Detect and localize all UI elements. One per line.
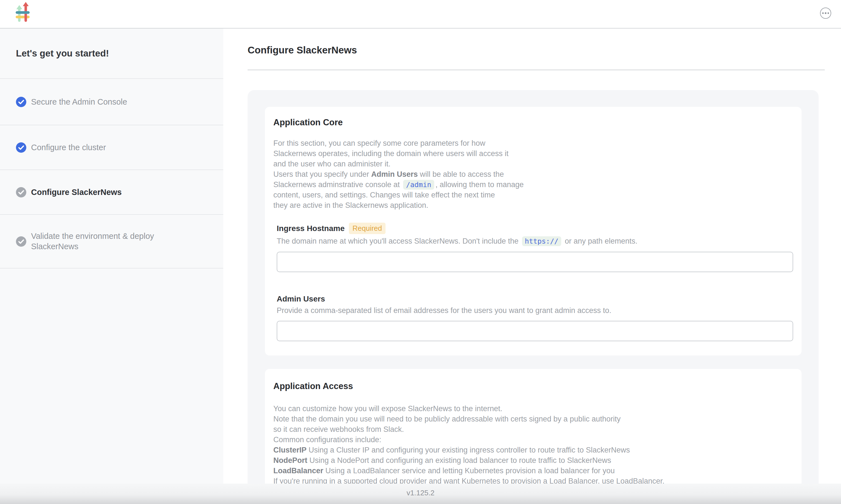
text-line: Provide a comma-separated list of email … xyxy=(277,306,793,315)
check-icon xyxy=(16,236,26,247)
admin-users-label: Admin Users xyxy=(277,294,325,304)
text-line: Users that you specify under Admin Users… xyxy=(273,169,793,180)
version-label: v1.125.2 xyxy=(407,489,434,497)
text-line: they are active in the Slackernews appli… xyxy=(273,200,793,211)
sidebar-step-configure-slackernews[interactable]: Configure SlackerNews xyxy=(0,170,223,215)
sidebar-step-validate-deploy[interactable]: Validate the environment & deploy Slacke… xyxy=(0,215,223,269)
sidebar-step-configure-cluster[interactable]: Configure the cluster xyxy=(0,125,223,170)
text-line: so it can receive webhooks from Slack. xyxy=(273,424,793,435)
text-line: If you're running in a supported cloud p… xyxy=(273,476,793,484)
inline-code: https:// xyxy=(522,236,561,246)
check-icon xyxy=(16,97,26,107)
sidebar-step-secure-admin-console[interactable]: Secure the Admin Console xyxy=(0,79,223,125)
text-line: ClusterIP Using a Cluster IP and configu… xyxy=(273,445,793,455)
text-line: LoadBalancer Using a LoadBalancer servic… xyxy=(273,466,793,476)
application-access-card: Application Access You can customize how… xyxy=(265,369,802,484)
text-line: Slackernews adminstrative console at /ad… xyxy=(273,180,793,190)
top-header xyxy=(0,0,841,29)
sidebar-step-label: Secure the Admin Console xyxy=(31,97,127,107)
ellipsis-icon xyxy=(827,12,829,14)
more-menu-button[interactable] xyxy=(820,7,831,19)
setup-steps-sidebar: Let's get you started! Secure the Admin … xyxy=(0,29,223,484)
text-line: content, users, and settings. Changes wi… xyxy=(273,190,793,200)
sidebar-step-label: Configure SlackerNews xyxy=(31,187,122,197)
ingress-hostname-label: Ingress Hostname xyxy=(277,224,345,233)
ingress-hostname-input[interactable] xyxy=(277,252,793,272)
sidebar-step-label: Configure the cluster xyxy=(31,142,106,153)
title-divider xyxy=(248,70,825,70)
check-icon xyxy=(16,142,26,153)
text-line: Common configurations include: xyxy=(273,435,793,445)
admin-users-help: Provide a comma-separated list of email … xyxy=(277,306,793,315)
ellipsis-icon xyxy=(822,12,824,14)
sidebar-title: Let's get you started! xyxy=(0,29,223,79)
application-core-card: Application Core For this section, you c… xyxy=(265,107,802,356)
page-title: Configure SlackerNews xyxy=(248,44,357,56)
card-description: For this section, you can specify some c… xyxy=(273,138,793,211)
card-title: Application Access xyxy=(273,381,793,391)
text-line: Note that the domain you use will need t… xyxy=(273,414,793,424)
card-title: Application Core xyxy=(273,118,793,128)
ellipsis-icon xyxy=(825,12,826,14)
text-line: and the user who can administer it. xyxy=(273,159,793,169)
slackernews-logo-icon xyxy=(15,2,30,22)
version-footer: v1.125.2 xyxy=(0,484,841,504)
card-description: You can customize how you will expose Sl… xyxy=(273,403,793,484)
admin-users-field: Admin Users Provide a comma-separated li… xyxy=(277,294,793,341)
check-icon xyxy=(16,187,26,197)
text-line: For this section, you can specify some c… xyxy=(273,138,793,148)
admin-users-input[interactable] xyxy=(277,321,793,341)
text-line: You can customize how you will expose Sl… xyxy=(273,403,793,414)
text-line: Slackernews operates, including the doma… xyxy=(273,148,793,159)
required-badge: Required xyxy=(349,223,386,234)
ingress-hostname-field: Ingress Hostname Required The domain nam… xyxy=(277,223,793,272)
main-content: Configure SlackerNews Application Core F… xyxy=(223,29,841,484)
ingress-hostname-help: The domain name at which you'll access S… xyxy=(277,236,793,246)
inline-code: /admin xyxy=(403,180,434,190)
config-panel: Application Core For this section, you c… xyxy=(248,90,819,484)
text-line: NodePort Using a NodePort and configurin… xyxy=(273,455,793,466)
text-line: The domain name at which you'll access S… xyxy=(277,236,793,246)
sidebar-step-label: Validate the environment & deploy Slacke… xyxy=(31,231,183,251)
